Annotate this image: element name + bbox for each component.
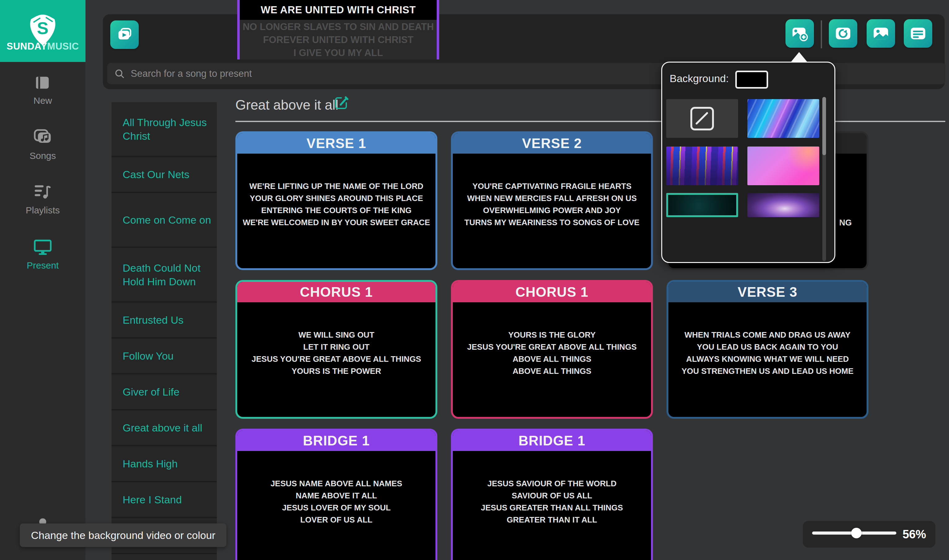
slide-card-bridge-1b[interactable]: BRIDGE 1 JESUS SAVIOUR OF THE WORLDSAVIO… xyxy=(451,429,653,560)
song-list-item[interactable]: Hands High xyxy=(111,446,217,482)
slide-card-chorus-1-selected[interactable]: CHORUS 1 WE WILL SING OUTLET IT RING OUT… xyxy=(235,280,437,419)
volume-control: 56% xyxy=(803,521,935,548)
video-folder-icon xyxy=(117,27,132,43)
song-list-item[interactable]: Follow You xyxy=(111,338,217,374)
slide-card-verse-3[interactable]: VERSE 3 WHEN TRIALS COME AND DRAG US AWA… xyxy=(666,280,869,419)
slide-label: BRIDGE 1 xyxy=(453,431,651,451)
background-color-swatch[interactable] xyxy=(735,71,768,89)
sidebar-item-playlists[interactable]: Playlists xyxy=(0,182,86,215)
sidebar: S SUNDAYMUSIC New Songs Playlists Presen… xyxy=(0,0,86,560)
add-background-button[interactable] xyxy=(786,19,814,48)
slide-label: VERSE 3 xyxy=(668,282,867,302)
slide-card-chorus-1[interactable]: CHORUS 1 YOURS IS THE GLORYJESUS YOU'RE … xyxy=(451,280,653,419)
slide-label: CHORUS 1 xyxy=(237,282,435,302)
background-popover: Background: xyxy=(661,62,835,263)
no-background-icon xyxy=(691,107,714,131)
monitor-icon xyxy=(33,237,52,257)
page-title: Great above it all xyxy=(235,97,338,113)
background-thumbnail-none[interactable] xyxy=(666,99,738,138)
tooltip: Change the background video or colour xyxy=(20,523,226,547)
background-thumbnail-blue-streaks[interactable] xyxy=(748,99,819,138)
text-lines-icon xyxy=(909,25,927,42)
song-list-item[interactable]: All Through Jesus Christ xyxy=(111,102,217,157)
open-media-button[interactable] xyxy=(110,20,139,49)
title-divider xyxy=(235,121,945,122)
slide-label: CHORUS 1 xyxy=(453,282,651,302)
slide-card-verse-2[interactable]: VERSE 2 YOU'RE CAPTIVATING FRAGILE HEART… xyxy=(451,131,653,270)
slide-lyrics: JESUS NAME ABOVE ALL NAMESNAME ABOVE IT … xyxy=(237,451,435,560)
popover-arrow xyxy=(791,52,808,63)
song-list-item[interactable]: Entrusted Us xyxy=(111,303,217,338)
popover-scrollbar-thumb[interactable] xyxy=(822,97,826,155)
book-icon xyxy=(34,74,52,92)
edit-song-button[interactable] xyxy=(334,95,349,111)
slide-label: VERSE 2 xyxy=(453,133,651,154)
volume-percent: 56% xyxy=(903,521,926,548)
background-thumbnail-dark-teal-selected[interactable] xyxy=(666,193,738,217)
song-list-item[interactable]: Great above it all xyxy=(111,411,217,446)
song-list-item[interactable]: Death Could Not Hold Him Down xyxy=(111,248,217,303)
lyrics-button[interactable] xyxy=(904,19,932,48)
sidebar-item-songs[interactable]: Songs xyxy=(0,128,86,161)
search-icon xyxy=(114,68,125,79)
image-button[interactable] xyxy=(867,19,895,48)
image-icon xyxy=(872,25,889,42)
song-list-item[interactable]: Jesus Is Lord xyxy=(111,554,217,560)
song-list-item[interactable]: Giver of Life xyxy=(111,374,217,411)
live-preview[interactable]: WE ARE UNITED WITH CHRIST NO LONGER SLAV… xyxy=(237,0,439,60)
slide-lyrics: YOURS IS THE GLORYJESUS YOU'RE GREAT ABO… xyxy=(453,302,651,419)
sidebar-item-new[interactable]: New xyxy=(0,74,86,106)
refresh-icon xyxy=(834,25,852,42)
songs-icon xyxy=(33,128,52,147)
slide-label: VERSE 1 xyxy=(237,133,435,154)
refresh-button[interactable] xyxy=(829,19,857,48)
sidebar-item-present[interactable]: Present xyxy=(0,237,86,271)
preview-active-line: WE ARE UNITED WITH CHRIST xyxy=(240,0,437,20)
volume-slider-thumb[interactable] xyxy=(851,528,862,538)
slide-label: BRIDGE 1 xyxy=(237,431,435,451)
slide-card-bridge-1a[interactable]: BRIDGE 1 JESUS NAME ABOVE ALL NAMESNAME … xyxy=(235,429,437,560)
image-plus-icon xyxy=(791,25,808,42)
background-thumbnail-pink-gradient[interactable] xyxy=(748,146,819,185)
background-thumbnail-purple-nebula[interactable] xyxy=(748,193,819,217)
song-list-item[interactable]: Come on Come on xyxy=(111,193,217,248)
playlist-icon xyxy=(33,182,52,202)
sunday-music-app: WE ARE UNITED WITH CHRIST NO LONGER SLAV… xyxy=(0,0,949,560)
slide-lyrics: WE'RE LIFTING UP THE NAME OF THE LORDYOU… xyxy=(237,154,435,270)
song-list: All Through Jesus Christ Cast Our Nets C… xyxy=(111,102,217,560)
slide-card-verse-1[interactable]: VERSE 1 WE'RE LIFTING UP THE NAME OF THE… xyxy=(235,131,437,270)
slide-lyrics: WE WILL SING OUTLET IT RING OUTJESUS YOU… xyxy=(237,302,435,419)
slide-lyrics: JESUS SAVIOUR OF THE WORLDSAVIOUR OF US … xyxy=(453,451,651,560)
background-label: Background: xyxy=(670,72,729,85)
edit-pencil-icon xyxy=(334,95,349,110)
app-logo: S SUNDAYMUSIC xyxy=(0,0,86,62)
brand-name: SUNDAYMUSIC xyxy=(0,41,86,52)
slide-lyrics: WHEN TRIALS COME AND DRAG US AWAYYOU LEA… xyxy=(668,302,867,419)
svg-text:S: S xyxy=(37,18,48,38)
background-thumbnail-rainbow-streaks[interactable] xyxy=(666,146,738,185)
slide-lyrics: YOU'RE CAPTIVATING FRAGILE HEARTSWHEN NE… xyxy=(453,154,651,270)
toolbar-separator xyxy=(821,20,822,48)
song-list-item[interactable]: Here I Stand xyxy=(111,482,217,518)
popover-scrollbar[interactable] xyxy=(822,97,826,261)
song-list-item[interactable]: Cast Our Nets xyxy=(111,157,217,193)
preview-upcoming-lines: NO LONGER SLAVES TO SIN AND DEATH FOREVE… xyxy=(240,20,437,60)
